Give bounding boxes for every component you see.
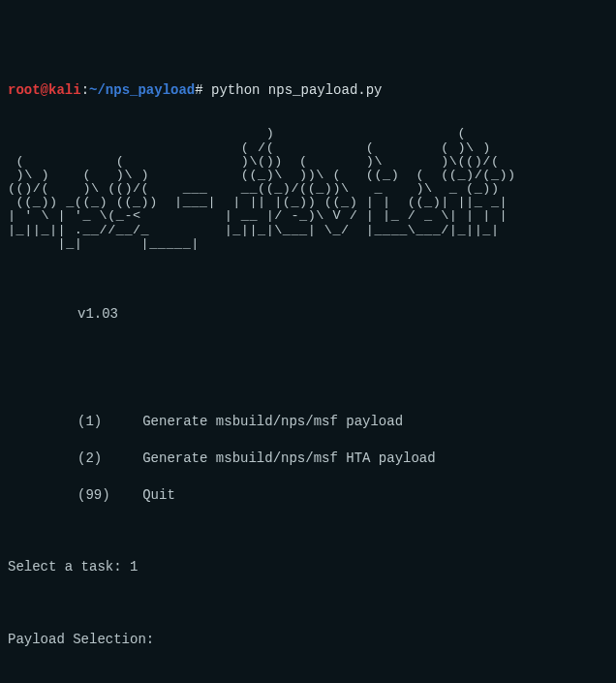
task-prompt-label: Select a task: bbox=[8, 559, 130, 574]
prompt-colon: : bbox=[81, 82, 89, 98]
ascii-banner: ) ( ( /( ( ( )\ ) ( ( )\()) ( )\ )\(()/(… bbox=[8, 127, 608, 251]
prompt-user: root@kali bbox=[8, 82, 81, 98]
menu-item-1: (1) Generate msbuild/nps/msf payload bbox=[8, 413, 608, 431]
prompt-hash: # bbox=[195, 82, 202, 98]
prompt-command[interactable]: python nps_payload.py bbox=[211, 82, 382, 98]
task-prompt: Select a task: 1 bbox=[8, 558, 608, 576]
prompt-path: ~/nps_payload bbox=[89, 82, 195, 98]
version-label: v1.03 bbox=[8, 305, 608, 324]
prompt-line: root@kali:~/nps_payload# python nps_payl… bbox=[8, 81, 608, 100]
payload-header: Payload Selection: bbox=[8, 631, 608, 649]
task-prompt-value[interactable]: 1 bbox=[130, 559, 138, 574]
menu-item-2: (2) Generate msbuild/nps/msf HTA payload bbox=[8, 450, 608, 468]
menu-item-99: (99) Quit bbox=[8, 486, 608, 505]
